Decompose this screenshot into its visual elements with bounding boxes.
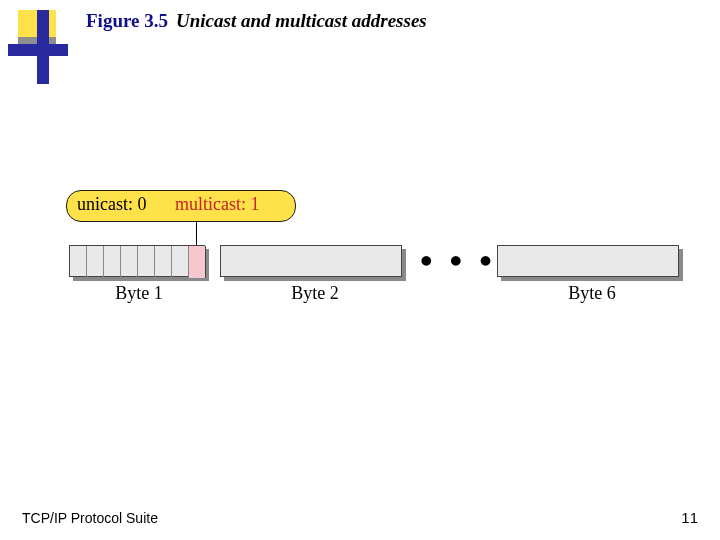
byte-1: Byte 1 (69, 245, 209, 305)
multicast-label: multicast: 1 (175, 194, 260, 215)
byte-label: Byte 1 (69, 283, 209, 304)
slide-bullet-decoration (37, 10, 49, 84)
byte-label: Byte 2 (220, 283, 410, 304)
page-number: 11 (681, 509, 698, 526)
figure-number: Figure 3.5 (86, 10, 168, 32)
byte-2: Byte 2 (220, 245, 410, 305)
slide: Figure 3.5 Unicast and multicast address… (0, 0, 720, 540)
byte-6: Byte 6 (497, 245, 687, 305)
byte-label: Byte 6 (497, 283, 687, 304)
multicast-bit-cell (189, 246, 206, 278)
figure-title: Unicast and multicast addresses (176, 10, 427, 32)
footer-source: TCP/IP Protocol Suite (22, 510, 158, 526)
bit-meaning-callout: unicast: 0 multicast: 1 (66, 190, 296, 222)
ellipsis: • • • (420, 240, 496, 282)
unicast-label: unicast: 0 (77, 194, 147, 215)
